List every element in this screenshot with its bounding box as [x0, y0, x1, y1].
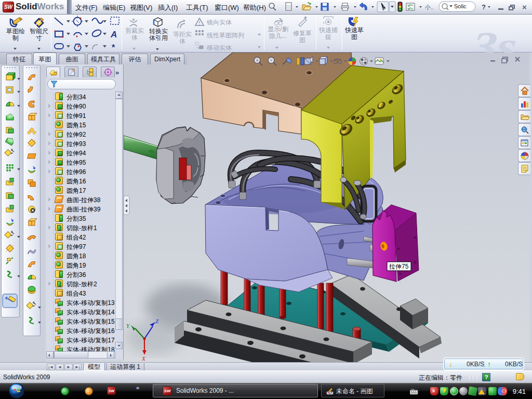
svg-text:Solic: Solic [454, 3, 467, 9]
svg-text:A: A [110, 30, 117, 39]
svg-text:小..: 小.. [424, 4, 434, 10]
svg-text:CH: CH [411, 389, 414, 391]
svg-text:*: * [112, 43, 115, 52]
svg-text:?: ? [482, 3, 486, 11]
